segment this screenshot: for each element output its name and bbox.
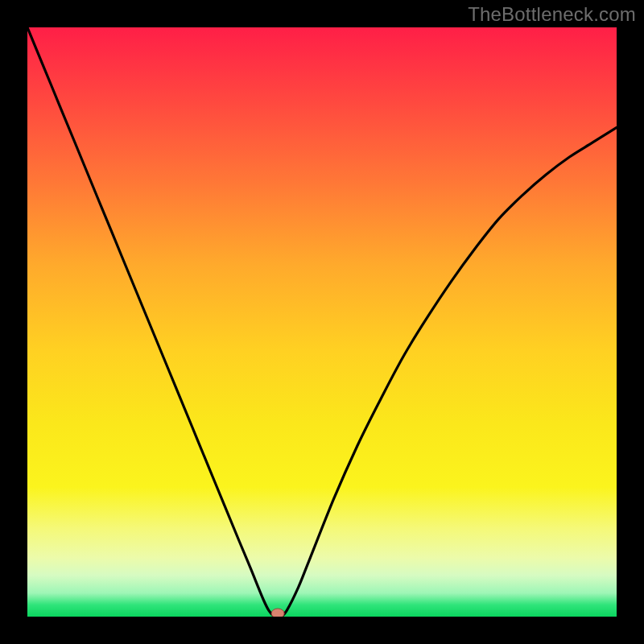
watermark-label: TheBottleneck.com bbox=[468, 3, 636, 26]
minimum-marker bbox=[271, 609, 284, 617]
curve-svg bbox=[27, 27, 617, 617]
plot-area bbox=[27, 27, 617, 617]
bottleneck-curve bbox=[27, 27, 617, 617]
chart-container: TheBottleneck.com bbox=[0, 0, 644, 644]
